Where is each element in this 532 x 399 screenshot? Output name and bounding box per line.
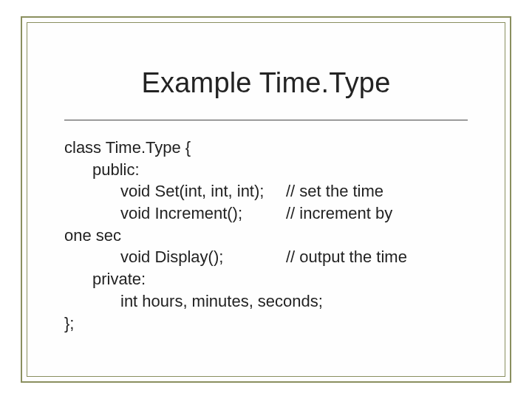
slide-outer-frame: Example Time.Type class Time.Type { publ… <box>21 16 511 383</box>
code-line: int hours, minutes, seconds; <box>64 290 468 313</box>
code-text: void Set(int, int, int); <box>64 180 286 202</box>
code-text: void Increment(); <box>64 202 286 225</box>
slide-inner-frame: Example Time.Type class Time.Type { publ… <box>27 22 505 377</box>
code-line: void Display(); // output the time <box>64 246 468 268</box>
code-line: private: <box>64 268 468 290</box>
slide-title: Example Time.Type <box>64 67 468 99</box>
title-divider <box>64 120 468 120</box>
code-text: private: <box>92 268 146 290</box>
code-text: void Display(); <box>64 246 286 268</box>
code-comment: // set the time <box>286 180 468 202</box>
code-text: one sec <box>64 225 121 247</box>
code-line: void Set(int, int, int); // set the time <box>64 180 468 202</box>
code-text: }; <box>64 313 74 335</box>
slide-content: Example Time.Type class Time.Type { publ… <box>27 23 505 364</box>
code-line: class Time.Type { <box>64 137 468 159</box>
code-line: }; <box>64 313 468 335</box>
code-block: class Time.Type { public: void Set(int, … <box>64 137 468 334</box>
code-text: public: <box>92 159 140 181</box>
code-comment: // increment by <box>286 202 468 225</box>
code-line: one sec <box>64 225 468 247</box>
code-comment: // output the time <box>286 246 468 268</box>
code-text: class Time.Type { <box>64 137 191 159</box>
code-line: void Increment(); // increment by <box>64 202 468 225</box>
code-text: int hours, minutes, seconds; <box>120 290 323 313</box>
code-line: public: <box>64 159 468 181</box>
